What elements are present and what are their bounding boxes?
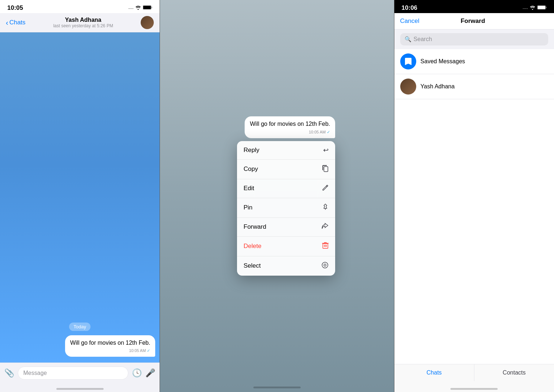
message-text: Will go for movies on 12th Feb.: [70, 339, 150, 347]
battery-icon-chat: [143, 5, 152, 11]
context-pin-label: Pin: [244, 204, 253, 211]
tab-chats[interactable]: Chats: [394, 364, 474, 381]
chat-input-bar: 📎 Message 🕓 🎤: [0, 363, 160, 383]
emoji-button[interactable]: 🕓: [132, 368, 142, 378]
context-menu-copy[interactable]: Copy: [237, 160, 335, 179]
context-reply-label: Reply: [244, 147, 259, 154]
attach-button[interactable]: 📎: [4, 368, 14, 378]
context-message-check: ✓: [327, 130, 330, 134]
context-message-time: 10:05 AM: [309, 130, 325, 134]
signal-icon-forward: ····: [523, 5, 528, 11]
status-icons-forward: ····: [523, 5, 547, 11]
contact-name: Yash Adhana: [25, 17, 141, 23]
search-input-container[interactable]: 🔍 Search: [400, 33, 548, 45]
status-bar-forward: 10:06 ····: [394, 0, 554, 13]
context-message-meta: 10:05 AM ✓: [250, 130, 330, 135]
tab-contacts[interactable]: Contacts: [474, 364, 554, 381]
status-bar-chat: 10:05 ····: [0, 0, 160, 13]
context-menu-pin[interactable]: Pin: [237, 198, 335, 218]
message-placeholder: Message: [23, 370, 47, 376]
svg-rect-3: [152, 7, 152, 8]
svg-rect-4: [324, 167, 328, 172]
context-menu-reply[interactable]: Reply ↩: [237, 141, 335, 160]
tab-contacts-label: Contacts: [503, 369, 526, 376]
contact-status: last seen yesterday at 5:26 PM: [25, 23, 141, 28]
message-input[interactable]: Message: [18, 367, 128, 380]
svg-point-16: [532, 9, 533, 10]
back-chevron-icon: ‹: [6, 19, 8, 27]
context-wrapper: Will go for movies on 12th Feb. 10:05 AM…: [219, 116, 335, 275]
avatar-saved-messages: [400, 53, 416, 69]
context-menu-delete[interactable]: Delete: [237, 237, 335, 256]
back-label[interactable]: Chats: [9, 19, 25, 26]
context-menu-edit[interactable]: Edit: [237, 179, 335, 198]
message-bubble[interactable]: Will go for movies on 12th Feb. 10:05 AM…: [65, 335, 156, 357]
back-button[interactable]: ‹ Chats: [6, 19, 25, 27]
list-item-yash-adhana[interactable]: Yash Adhana: [394, 74, 554, 99]
avatar[interactable]: [141, 16, 154, 29]
wifi-icon-chat: [135, 5, 141, 11]
status-time-forward: 10:06: [402, 4, 417, 12]
context-copy-label: Copy: [244, 165, 258, 173]
context-reply-icon: ↩: [323, 146, 329, 154]
forward-bottom-tabs: Chats Contacts: [394, 364, 554, 381]
forward-contact-list: Saved Messages Yash Adhana: [394, 49, 554, 364]
context-message-bubble: Will go for movies on 12th Feb. 10:05 AM…: [245, 116, 335, 138]
chat-screen: 10:05 ···· ‹ Chats Yash Adhana last seen…: [0, 0, 160, 392]
context-message-text: Will go for movies on 12th Feb.: [250, 120, 330, 128]
home-bar-chat: [56, 388, 104, 390]
svg-point-14: [322, 262, 328, 268]
avatar-yash-adhana: [400, 79, 416, 95]
context-delete-label: Delete: [244, 243, 261, 250]
search-placeholder: Search: [414, 36, 432, 43]
home-bar-context: [253, 387, 301, 388]
context-select-label: Select: [244, 262, 261, 269]
status-time-chat: 10:05: [7, 4, 23, 12]
context-pin-icon: [322, 203, 329, 212]
list-item-saved-messages[interactable]: Saved Messages: [394, 49, 554, 74]
chat-body: Today Will go for movies on 12th Feb. 10…: [0, 32, 160, 363]
cancel-button[interactable]: Cancel: [400, 17, 419, 25]
context-edit-label: Edit: [244, 185, 254, 192]
forward-screen: 10:06 ···· Cancel Forward 🔍 Search: [394, 0, 554, 392]
svg-point-0: [138, 9, 139, 10]
home-bar-forward: [450, 388, 498, 390]
svg-rect-19: [546, 7, 547, 8]
home-indicator-chat: [0, 383, 160, 392]
context-edit-icon: [322, 184, 329, 193]
battery-icon-forward: [537, 5, 547, 11]
tab-chats-label: Chats: [426, 369, 442, 376]
context-forward-icon: [321, 223, 329, 231]
message-meta: 10:05 AM ✓: [70, 348, 150, 353]
svg-rect-18: [538, 6, 545, 9]
status-icons-chat: ····: [128, 5, 152, 11]
forward-title: Forward: [461, 17, 485, 25]
search-icon: 🔍: [405, 36, 412, 43]
message-time: 10:05 AM: [129, 348, 146, 353]
yash-adhana-label: Yash Adhana: [421, 83, 455, 90]
voice-button[interactable]: 🎤: [145, 368, 155, 378]
context-menu-select[interactable]: Select: [237, 256, 335, 276]
signal-icon-chat: ····: [128, 5, 133, 11]
message-check: ✓: [147, 348, 150, 353]
context-forward-label: Forward: [244, 223, 266, 231]
context-menu-forward[interactable]: Forward: [237, 218, 335, 237]
forward-header: Cancel Forward: [394, 13, 554, 29]
avatar-image: [141, 16, 154, 29]
svg-point-15: [324, 264, 326, 266]
context-menu: Reply ↩ Copy Edit: [237, 141, 335, 276]
date-badge: Today: [4, 323, 155, 331]
context-select-icon: [321, 261, 329, 271]
wifi-icon-forward: [530, 5, 535, 11]
context-delete-icon: [322, 242, 329, 251]
saved-messages-label: Saved Messages: [421, 58, 465, 65]
svg-rect-2: [143, 6, 151, 9]
home-indicator-forward: [394, 381, 554, 392]
context-copy-icon: [322, 165, 329, 174]
chat-header-info: Yash Adhana last seen yesterday at 5:26 …: [25, 17, 141, 28]
context-menu-screen: Will go for movies on 12th Feb. 10:05 AM…: [160, 0, 394, 392]
date-badge-label: Today: [69, 323, 91, 331]
chat-header: ‹ Chats Yash Adhana last seen yesterday …: [0, 13, 160, 32]
forward-search-bar: 🔍 Search: [394, 29, 554, 49]
home-indicator-context: [253, 387, 301, 388]
